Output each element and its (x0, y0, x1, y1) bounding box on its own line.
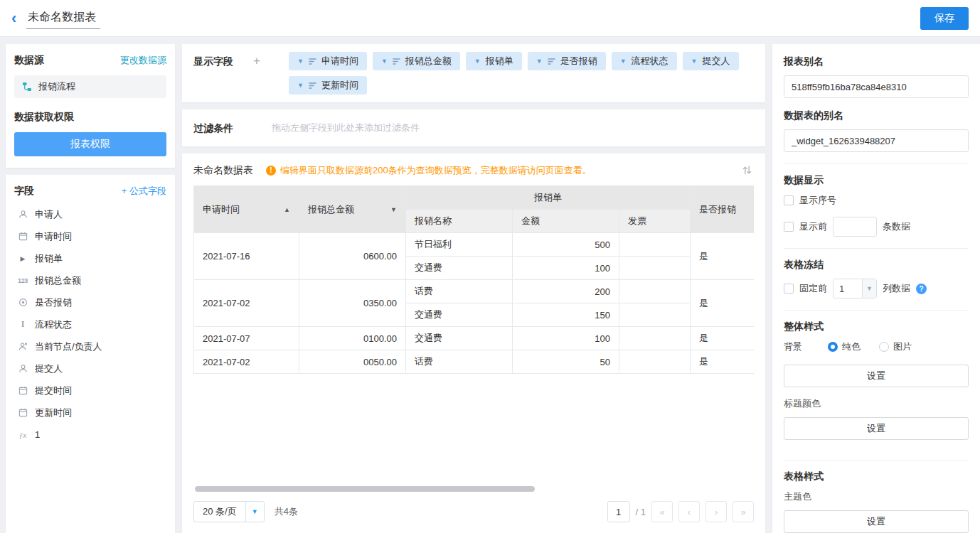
column-header-expense-group[interactable]: 报销单 (406, 186, 691, 210)
first-page-button[interactable]: « (651, 501, 673, 522)
table-scroll-area[interactable]: 申请时间▲ 报销总金额▼ 报销单 是否报销 报销名称 金额 发票 (193, 185, 754, 496)
change-datasource-link[interactable]: 更改数据源 (120, 54, 166, 67)
cell-expense-name: 交通费 (406, 257, 513, 280)
chevron-down-icon[interactable]: ▼ (536, 58, 543, 65)
field-item-current-node[interactable]: 当前节点/负责人 (14, 335, 166, 357)
field-item-flow-status[interactable]: I 流程状态 (14, 313, 166, 335)
chip-reimbursed[interactable]: ▼ 是否报销 (528, 52, 606, 70)
page-number-input[interactable] (607, 501, 630, 522)
page-size-select[interactable]: 20 条/页 ▼ (193, 501, 265, 522)
cell-expense-name: 话费 (406, 280, 513, 303)
background-set-button[interactable]: 设置 (784, 365, 969, 387)
chip-expense-form[interactable]: ▼ 报销单 (466, 52, 522, 70)
chip-submitter[interactable]: ▼ 提交人 (683, 52, 739, 70)
column-header-reimbursed[interactable]: 是否报销 (691, 186, 754, 233)
chevron-down-icon[interactable]: ▼ (297, 58, 304, 65)
cell-expense-name: 节日福利 (406, 233, 513, 257)
image-radio[interactable] (879, 342, 889, 352)
horizontal-scrollbar[interactable] (195, 486, 752, 492)
add-display-field-button[interactable]: + (253, 52, 270, 70)
field-list: 申请人 申请时间 ▶ 报销单 123 报销总金额 是否报销 (14, 203, 166, 446)
field-item-submitter[interactable]: 提交人 (14, 357, 166, 379)
field-item-reimbursed[interactable]: 是否报销 (14, 291, 166, 313)
sort-asc-icon[interactable]: ▲ (284, 206, 290, 213)
chevron-down-icon[interactable]: ▼ (381, 58, 388, 65)
title-color-set-button[interactable]: 设置 (784, 417, 969, 440)
filter-dropzone[interactable]: 拖动左侧字段到此处来添加过滤条件 (272, 122, 420, 134)
table-row: 2021-07-02 0350.00 话费 200 是 (194, 280, 755, 303)
sort-lines-icon (393, 58, 400, 65)
field-item-submit-time[interactable]: 提交时间 (14, 379, 166, 402)
cell-amount: 100 (513, 327, 619, 350)
datasource-name: 报销流程 (38, 80, 75, 93)
chip-flow-status[interactable]: ▼ 流程状态 (612, 52, 677, 70)
show-first-count-input[interactable] (833, 217, 877, 237)
show-index-label: 显示序号 (799, 194, 836, 207)
field-label: 提交人 (35, 362, 63, 375)
field-item-formula-1[interactable]: ƒx 1 (14, 424, 166, 446)
last-page-button[interactable]: » (733, 501, 754, 522)
table-alias-input[interactable] (784, 129, 969, 152)
show-first-checkbox[interactable] (784, 222, 794, 232)
column-header-amount[interactable]: 金额 (513, 210, 619, 233)
field-label: 报销总金额 (35, 274, 81, 287)
show-index-checkbox[interactable] (784, 195, 794, 205)
overall-style-title: 整体样式 (784, 321, 969, 333)
field-item-applicant[interactable]: 申请人 (14, 203, 166, 225)
divider (784, 460, 969, 461)
sort-desc-icon[interactable]: ▼ (390, 206, 397, 213)
chevron-down-icon[interactable]: ▼ (862, 279, 876, 298)
chevron-down-icon[interactable]: ▼ (474, 58, 481, 65)
page-title[interactable]: 未命名数据表 (26, 8, 100, 29)
column-header-invoice[interactable]: 发票 (619, 210, 691, 233)
person-node-icon (17, 342, 28, 351)
chip-update-time[interactable]: ▼ 更新时间 (289, 76, 367, 95)
field-item-apply-time[interactable]: 申请时间 (14, 225, 166, 247)
display-fields-card: 显示字段 + ▼ 申请时间 ▼ 报销总金额 ▼ 报销单 ▼ (182, 44, 765, 102)
show-first-suffix: 条数据 (883, 220, 910, 233)
column-header-total-amount[interactable]: 报销总金额▼ (299, 186, 406, 233)
chevron-down-icon[interactable]: ▼ (245, 502, 264, 522)
field-item-expense-form[interactable]: ▶ 报销单 (14, 247, 166, 269)
prev-page-button[interactable]: ‹ (678, 501, 700, 522)
field-label: 申请人 (35, 208, 63, 221)
preview-notice: ! 编辑界面只取数据源前200条作为查询数据预览，完整数据请访问页面查看。 (266, 164, 592, 177)
cell-apply-time: 2021-07-07 (194, 327, 299, 350)
freeze-checkbox[interactable] (784, 284, 794, 294)
chevron-down-icon[interactable]: ▼ (620, 58, 627, 65)
back-icon[interactable]: ‹ (11, 11, 16, 26)
sort-lines-icon (548, 58, 555, 65)
report-permission-button[interactable]: 报表权限 (14, 132, 166, 156)
chip-total-amount[interactable]: ▼ 报销总金额 (373, 52, 460, 70)
page-size-value: 20 条/页 (194, 505, 245, 518)
field-item-update-time[interactable]: 更新时间 (14, 402, 166, 424)
freeze-count-select[interactable]: 1 ▼ (833, 279, 877, 298)
column-header-expense-name[interactable]: 报销名称 (406, 210, 513, 233)
save-button[interactable]: 保存 (920, 7, 969, 30)
chip-label: 流程状态 (632, 55, 669, 68)
solid-color-radio[interactable] (828, 342, 838, 352)
report-alias-input[interactable] (784, 75, 969, 98)
help-icon[interactable]: ? (916, 284, 927, 294)
divider (784, 248, 969, 249)
scrollbar-thumb[interactable] (195, 486, 535, 492)
add-formula-field-link[interactable]: + 公式字段 (122, 185, 166, 198)
cell-total: 0350.00 (299, 280, 406, 327)
preview-title: 未命名数据表 (193, 164, 253, 177)
column-sort-icon[interactable] (740, 163, 754, 177)
field-item-total-amount[interactable]: 123 报销总金额 (14, 269, 166, 291)
theme-color-set-button[interactable]: 设置 (784, 510, 969, 533)
next-page-button[interactable]: › (705, 501, 727, 522)
table-preview-card: 未命名数据表 ! 编辑界面只取数据源前200条作为查询数据预览，完整数据请访问页… (182, 154, 765, 533)
cell-invoice (619, 233, 691, 257)
chevron-down-icon[interactable]: ▼ (691, 58, 698, 65)
cell-amount: 50 (513, 350, 619, 374)
column-header-apply-time[interactable]: 申请时间▲ (194, 186, 299, 233)
chip-apply-time[interactable]: ▼ 申请时间 (289, 52, 367, 70)
cell-expense-name: 交通费 (406, 327, 513, 350)
datasource-item[interactable]: 报销流程 (14, 75, 166, 98)
table-style-title: 表格样式 (784, 470, 969, 483)
chevron-down-icon[interactable]: ▼ (297, 82, 304, 89)
image-label: 图片 (893, 340, 912, 353)
cell-apply-time: 2021-07-02 (194, 350, 299, 374)
